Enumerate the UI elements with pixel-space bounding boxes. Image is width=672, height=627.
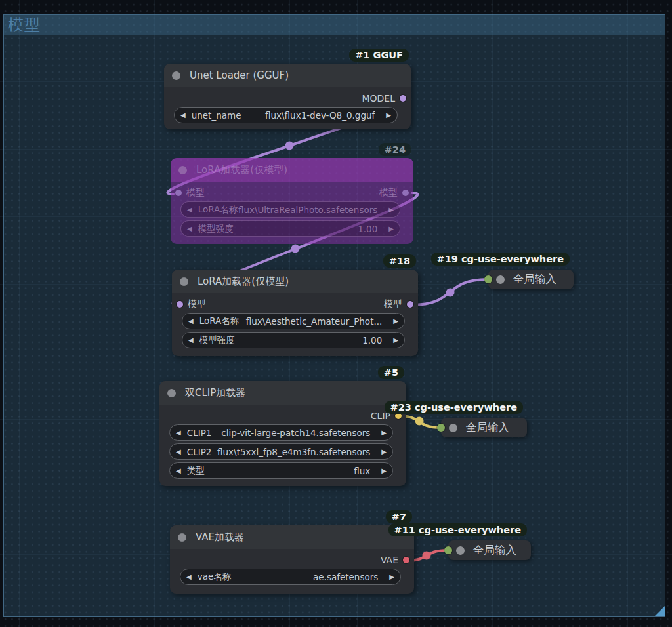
widget-value: 1.00 [235, 335, 388, 346]
input-slot-model[interactable]: 模型 [177, 298, 206, 310]
next-arrow-icon[interactable]: ▶ [383, 225, 400, 232]
input-dot-anything[interactable] [437, 424, 445, 432]
output-dot-model[interactable] [407, 301, 413, 308]
collapse-dot-icon[interactable] [449, 424, 457, 432]
widget-vae-name[interactable]: ◀ vae名称 ae.safetensors ▶ [180, 569, 401, 585]
node-title: LoRA加载器(仅模型) [198, 275, 289, 288]
widget-unet-name[interactable]: ◀ unet_name flux\flux1-dev-Q8_0.gguf ▶ [174, 107, 398, 123]
next-arrow-icon[interactable]: ▶ [380, 111, 397, 119]
output-slot-vae[interactable]: VAE [381, 555, 410, 565]
widget-value: flux\UltraRealPhoto.safetensors [238, 205, 383, 215]
collapse-dot-icon[interactable] [172, 71, 180, 80]
node-anything-everywhere-11[interactable]: #11 cg-use-everywhere 全局输入 [448, 540, 531, 560]
next-arrow-icon[interactable]: ▶ [387, 317, 404, 325]
next-arrow-icon[interactable]: ▶ [383, 573, 400, 580]
node-titlebar[interactable]: 双CLIP加载器 [159, 381, 406, 405]
widget-value: clip-vit-large-patch14.safetensors [211, 428, 375, 438]
node-unet-loader-gguf[interactable]: #1 GGUF Unet Loader (GGUF) MODEL ◀ unet_… [164, 64, 411, 129]
collapse-dot-icon[interactable] [180, 277, 188, 286]
widget-value: flux [205, 466, 376, 476]
node-titlebar[interactable]: VAE加载器 [170, 525, 414, 549]
widget-name: LoRA名称 [200, 315, 240, 327]
input-slot-label: 模型 [188, 298, 206, 310]
widget-model-strength[interactable]: ◀ 模型强度 1.00 ▶ [180, 220, 400, 237]
widget-model-strength[interactable]: ◀ 模型强度 1.00 ▶ [182, 332, 405, 348]
output-dot-model[interactable] [400, 95, 406, 102]
widget-name: 模型强度 [198, 223, 234, 235]
node-lora-loader-24-bypassed[interactable]: #24 LoRA加载器(仅模型) 模型 模型 ◀ LoRA名称 flux\Ult… [171, 158, 413, 244]
widget-name: CLIP2 [187, 447, 212, 457]
collapse-dot-icon[interactable] [456, 546, 465, 555]
output-slot-label: VAE [381, 555, 398, 565]
node-titlebar[interactable]: LoRA加载器(仅模型) [171, 158, 413, 182]
node-titlebar[interactable]: LoRA加载器(仅模型) [172, 270, 418, 293]
next-arrow-icon[interactable]: ▶ [375, 448, 392, 455]
node-id-badge: #1 GGUF [349, 49, 409, 62]
node-titlebar[interactable]: Unet Loader (GGUF) [164, 64, 411, 87]
widget-type[interactable]: ◀ 类型 flux ▶ [169, 462, 393, 479]
node-title: VAE加载器 [196, 531, 244, 544]
prev-arrow-icon[interactable]: ◀ [181, 225, 198, 232]
prev-arrow-icon[interactable]: ◀ [182, 317, 200, 325]
widget-value: flux\flux1-dev-Q8_0.gguf [241, 110, 380, 121]
output-slot-model[interactable]: 模型 [379, 187, 409, 199]
widget-lora-name[interactable]: ◀ LoRA名称 flux\UltraRealPhoto.safetensors… [180, 201, 400, 218]
input-slot-label: 模型 [186, 187, 205, 199]
next-arrow-icon[interactable]: ▶ [375, 429, 392, 436]
input-dot-anything[interactable] [484, 275, 492, 283]
widget-name: 模型强度 [200, 334, 235, 346]
widget-name: vae名称 [198, 571, 232, 583]
widget-name: CLIP1 [187, 428, 212, 438]
output-slot-label: MODEL [362, 93, 395, 104]
prev-arrow-icon[interactable]: ◀ [175, 111, 192, 119]
node-dual-clip-loader[interactable]: #5 双CLIP加载器 CLIP ◀ CLIP1 clip-vit-large-… [159, 381, 406, 486]
prev-arrow-icon[interactable]: ◀ [170, 448, 187, 455]
collapse-dot-icon[interactable] [178, 533, 186, 542]
node-title: Unet Loader (GGUF) [190, 70, 289, 81]
widget-lora-name[interactable]: ◀ LoRA名称 flux\Aesthetic_Amateur_Phot... … [182, 313, 405, 329]
node-vae-loader[interactable]: #7 VAE加载器 VAE ◀ vae名称 ae.safetensors ▶ [170, 525, 414, 594]
next-arrow-icon[interactable]: ▶ [383, 206, 400, 213]
widget-name: unet_name [192, 110, 242, 121]
node-title: 全局输入 [466, 420, 509, 435]
widget-clip2[interactable]: ◀ CLIP2 flux\t5xxl_fp8_e4m3fn.safetensor… [169, 443, 393, 460]
output-slot-label: 模型 [384, 298, 402, 310]
widget-clip1[interactable]: ◀ CLIP1 clip-vit-large-patch14.safetenso… [169, 424, 393, 441]
output-slot-model[interactable]: MODEL [362, 93, 406, 104]
node-lora-loader-18[interactable]: #18 LoRA加载器(仅模型) 模型 模型 ◀ LoRA名称 flux\Aes… [172, 270, 418, 356]
node-graph-canvas[interactable]: 模型 #1 GGUF Unet Loader (GGUF) MODEL [0, 0, 672, 627]
node-title: 全局输入 [473, 543, 516, 557]
prev-arrow-icon[interactable]: ◀ [170, 429, 187, 436]
prev-arrow-icon[interactable]: ◀ [180, 573, 198, 580]
next-arrow-icon[interactable]: ▶ [387, 336, 404, 344]
group-header[interactable] [4, 15, 665, 35]
output-dot-vae[interactable] [403, 557, 410, 563]
input-slot-model[interactable]: 模型 [175, 187, 205, 199]
node-id-badge: #11 cg-use-everywhere [388, 523, 527, 536]
node-id-badge: #24 [379, 143, 411, 156]
group-resize-handle[interactable] [655, 606, 665, 616]
node-title: 全局输入 [513, 272, 556, 287]
collapse-dot-icon[interactable] [167, 389, 176, 397]
node-title: 双CLIP加载器 [185, 387, 245, 399]
widget-name: 类型 [187, 465, 205, 477]
input-dot-model[interactable] [175, 190, 182, 196]
node-id-badge: #5 [378, 366, 404, 379]
output-slot-model[interactable]: 模型 [384, 298, 413, 310]
input-dot-anything[interactable] [444, 546, 452, 554]
prev-arrow-icon[interactable]: ◀ [182, 336, 200, 344]
prev-arrow-icon[interactable]: ◀ [170, 467, 187, 474]
node-id-badge: #19 cg-use-everywhere [431, 253, 570, 266]
output-dot-model[interactable] [402, 190, 409, 196]
widget-value: 1.00 [234, 224, 383, 234]
next-arrow-icon[interactable]: ▶ [375, 467, 392, 474]
output-slot-label: 模型 [379, 187, 398, 199]
input-dot-model[interactable] [177, 301, 183, 308]
group-title: 模型 [8, 16, 41, 34]
collapse-dot-icon[interactable] [496, 275, 505, 284]
node-id-badge: #18 [383, 254, 416, 268]
node-anything-everywhere-19[interactable]: #19 cg-use-everywhere 全局输入 [488, 270, 574, 289]
node-anything-everywhere-23[interactable]: #23 cg-use-everywhere 全局输入 [441, 418, 527, 437]
collapse-dot-icon[interactable] [178, 166, 187, 174]
prev-arrow-icon[interactable]: ◀ [181, 206, 198, 213]
